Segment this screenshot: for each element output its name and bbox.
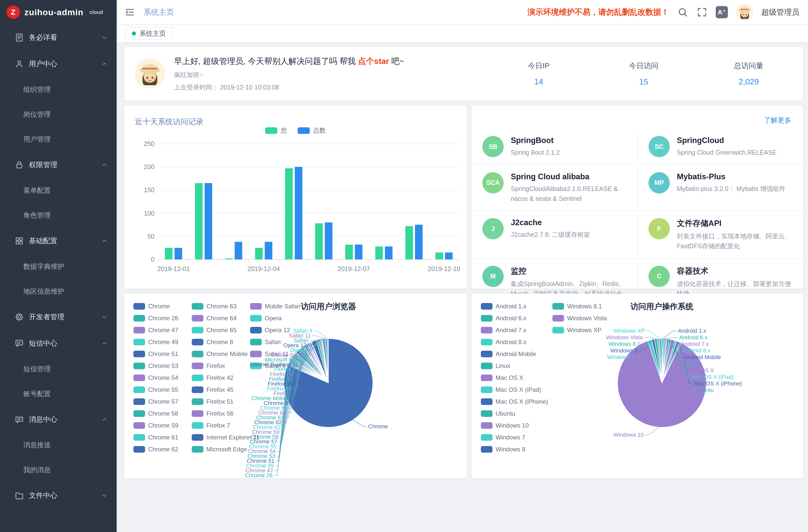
header: 系统主页 演示环境维护不易，请勿乱删乱改数据！ A⁺ 超级管理员 xyxy=(117,0,808,24)
sidebar-item-file-center[interactable]: 文件中心 xyxy=(0,482,117,509)
avatar[interactable] xyxy=(736,3,753,21)
legend-item-您[interactable]: 您 xyxy=(265,126,287,135)
sidebar-subitem[interactable]: 我的消息 xyxy=(0,457,117,482)
sidebar-item-sms-center[interactable]: 短信中心 xyxy=(0,330,117,356)
menu-fold-icon[interactable] xyxy=(124,6,135,18)
greeting-title-suffix: 吧~ xyxy=(389,57,404,66)
stat-label: 总访问量 xyxy=(729,61,768,71)
bar-您-2019-12-08[interactable] xyxy=(375,246,383,259)
pie-label: Chrome xyxy=(368,423,388,429)
sidebar-item-label: 开发者管理 xyxy=(29,312,96,322)
bar-您-2019-12-06[interactable] xyxy=(315,223,323,259)
y-tick-label: 100 xyxy=(144,210,154,217)
tech-desc: Spring Boot 2.1.2 xyxy=(511,148,560,158)
bar-您-2019-12-01[interactable] xyxy=(165,248,172,259)
x-tick-label: 2019-12-04 xyxy=(247,265,280,272)
bar-总数-2019-12-10[interactable] xyxy=(445,253,453,259)
sidebar-item-label: 文件中心 xyxy=(29,491,96,500)
bar-您-2019-12-04[interactable] xyxy=(255,248,263,259)
bar-总数-2019-12-08[interactable] xyxy=(385,246,392,259)
y-tick-label: 250 xyxy=(144,140,154,147)
sidebar-item-must-read[interactable]: 务必详看 xyxy=(0,24,117,51)
bar-总数-2019-12-02[interactable] xyxy=(205,183,212,259)
pie-label: Windows 7 xyxy=(607,354,634,360)
learn-more-link[interactable]: 了解更多 xyxy=(764,116,791,125)
folder-icon xyxy=(14,491,24,500)
bar-总数-2019-12-04[interactable] xyxy=(265,242,272,259)
sidebar-subitem[interactable]: 短信管理 xyxy=(0,356,117,381)
tech-badge: SC xyxy=(648,136,670,157)
legend-item-总数[interactable]: 总数 xyxy=(298,126,326,135)
sidebar-subitem[interactable]: 角色管理 xyxy=(0,203,117,228)
tech-badge: SB xyxy=(482,136,504,157)
logo-icon: Z xyxy=(6,5,20,19)
sidebar-item-developer[interactable]: 开发者管理 xyxy=(0,304,117,330)
tech-item: SCASpring Cloud alibabaSpringCloudAlibab… xyxy=(472,165,637,211)
sidebar-subitem[interactable]: 地区信息维护 xyxy=(0,279,117,304)
fullscreen-icon[interactable] xyxy=(696,6,708,18)
stats: 今日IP 14 今日访问 15 总访问量 2,029 xyxy=(519,61,768,87)
pie-label: Mac OS X (iPad) xyxy=(692,374,733,380)
sidebar-item-label: 消息中心 xyxy=(29,415,96,424)
sidebar-subitem[interactable]: 菜单配置 xyxy=(0,178,117,203)
username[interactable]: 超级管理员 xyxy=(761,7,800,18)
tech-title: 文件存储API xyxy=(677,218,792,229)
user-avatar xyxy=(135,59,165,89)
tech-desc: J2cache2.7.8: 二级缓存框架 xyxy=(511,230,590,240)
bar-总数-2019-12-06[interactable] xyxy=(325,222,332,259)
sidebar-item-message-center[interactable]: 消息中心 xyxy=(0,406,117,433)
search-icon[interactable] xyxy=(677,6,688,18)
visit-chart-card: 近十天系统访问记录 您总数 0501001502002502019-12-012… xyxy=(124,106,467,289)
pie-label: Windows Vista xyxy=(606,334,643,341)
sidebar-subitem[interactable]: 消息推送 xyxy=(0,433,117,457)
legend-label: 总数 xyxy=(313,126,326,135)
bar-总数-2019-12-07[interactable] xyxy=(355,245,362,259)
tech-title: 监控 xyxy=(511,266,627,276)
os-pie-card: 访问用户操作系统Android 1.xAndroid 6.xAndroid 7.… xyxy=(472,294,803,478)
sidebar-subitem[interactable]: 岗位管理 xyxy=(0,102,117,127)
browser-pie-card: 访问用户浏览器ChromeChrome 26Chrome 47Chrome 49… xyxy=(124,294,467,478)
sidebar-subitem[interactable]: 账号配置 xyxy=(0,381,117,406)
bar-您-2019-12-05[interactable] xyxy=(285,168,293,259)
sidebar-item-user-center[interactable]: 用户中心 xyxy=(0,51,117,77)
pie-label: Ubuntu xyxy=(696,387,714,393)
pie-label: Android Mobile xyxy=(684,354,721,360)
bar-您-2019-12-07[interactable] xyxy=(345,245,353,259)
pie-label: Android 1.x xyxy=(678,328,706,334)
pie-chart: ChromeChrome 26Chrome 47Chrome 49Chrome … xyxy=(124,294,467,478)
sidebar-subitem[interactable]: 数据字典维护 xyxy=(0,254,117,279)
bar-总数-2019-12-03[interactable] xyxy=(235,242,242,259)
sidebar-subitem[interactable]: 用户管理 xyxy=(0,127,117,152)
chevron-down-icon xyxy=(101,313,108,320)
chevron-down-icon xyxy=(101,34,108,41)
row-charts-top: 近十天系统访问记录 您总数 0501001502002502019-12-012… xyxy=(124,106,803,289)
pie-label: Android 7.x xyxy=(681,341,709,347)
bar-您-2019-12-09[interactable] xyxy=(405,226,413,259)
tech-badge: C xyxy=(648,266,670,287)
bar-您-2019-12-02[interactable] xyxy=(195,183,203,259)
user-icon xyxy=(14,59,24,69)
sidebar-item-permission[interactable]: 权限管理 xyxy=(0,152,117,178)
sidebar-item-label: 权限管理 xyxy=(29,160,96,170)
tech-item: JJ2cacheJ2cache2.7.8: 二级缓存框架 xyxy=(472,211,637,259)
sidebar-item-label: 基础配置 xyxy=(29,236,96,246)
book-icon xyxy=(14,33,24,42)
chevron-up-icon xyxy=(101,161,108,168)
star-link[interactable]: 点个star xyxy=(358,57,389,66)
bar-总数-2019-12-01[interactable] xyxy=(175,248,182,259)
bar-总数-2019-12-05[interactable] xyxy=(295,167,302,259)
bar-您-2019-12-10[interactable] xyxy=(436,253,443,259)
bar-总数-2019-12-09[interactable] xyxy=(415,225,423,259)
pie-label: Linux xyxy=(685,361,699,367)
bar-您-2019-12-03[interactable] xyxy=(225,258,233,259)
sidebar-subitem[interactable]: 组织管理 xyxy=(0,77,117,102)
sidebar-item-label: 务必详看 xyxy=(29,33,96,42)
pie-label-line xyxy=(644,337,658,339)
tab-home[interactable]: 系统主页 xyxy=(125,27,173,40)
font-size-icon[interactable]: A⁺ xyxy=(716,6,728,18)
greeting-text: 早上好, 超级管理员, 今天帮别人解决问题了吗 帮我 点个star 吧~ 疯狂加… xyxy=(174,56,510,92)
chevron-up-icon xyxy=(101,237,108,244)
tech-title: SpringBoot xyxy=(511,136,560,145)
sidebar-item-basic-config[interactable]: 基础配置 xyxy=(0,228,117,254)
breadcrumb[interactable]: 系统主页 xyxy=(144,7,174,18)
